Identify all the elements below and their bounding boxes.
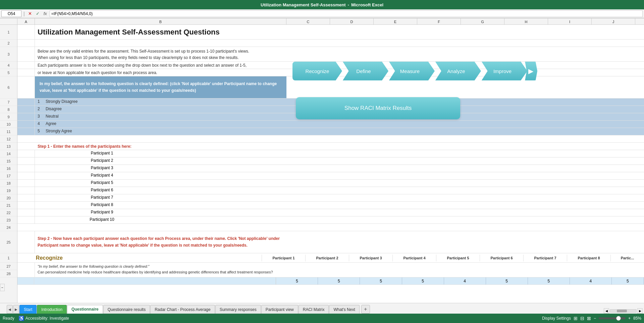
- view-page-break[interactable]: ⊠: [587, 316, 591, 321]
- score-p8: 4: [570, 277, 612, 284]
- participant-row-4[interactable]: Participant 4: [17, 172, 644, 180]
- ph-5: Participant 5: [436, 255, 480, 261]
- process-step-define[interactable]: Define: [339, 62, 388, 80]
- col-header-h[interactable]: H: [504, 18, 548, 24]
- empty-row-2: [17, 40, 644, 47]
- col-header-f[interactable]: F: [417, 18, 461, 24]
- col-header-a[interactable]: A: [17, 18, 35, 24]
- tab-participant-view[interactable]: Participant view: [261, 305, 298, 314]
- score-p1: 5: [276, 277, 318, 284]
- process-flow: Recognize Define Measure Analyze Improve…: [292, 62, 644, 80]
- row-num-corner: [0, 18, 17, 24]
- right-panel: Recognize Define Measure Analyze Improve…: [292, 62, 644, 119]
- participant-4: Participant 4: [35, 172, 169, 179]
- step1-label: Step 1 - Enter the names of the particip…: [35, 143, 134, 149]
- participant-row-2[interactable]: Participant 2: [17, 157, 644, 165]
- process-step-measure[interactable]: Measure: [385, 62, 435, 80]
- participant-1: Participant 1: [35, 150, 169, 157]
- participant-5: Participant 5: [35, 180, 169, 187]
- ph-7: Participant 7: [523, 255, 567, 261]
- desc-line2: When using for less than 10 participants…: [38, 55, 284, 61]
- sheet-tabs: ◀ ▶ Start Introduction Questionnaire Que…: [0, 303, 644, 314]
- instruction-text: In my belief, the answer to the followin…: [40, 81, 282, 93]
- tab-scroll-right[interactable]: ▶: [13, 305, 19, 314]
- question-quote: "In my belief, the answer to the followi…: [38, 264, 284, 269]
- add-sheet-button[interactable]: +: [361, 305, 370, 314]
- recognize-label: Recognize: [33, 254, 94, 262]
- row-numbers: 1 2 3 4 5 6 7 8 9 10 11 12 13 14 15 16 1…: [0, 25, 17, 303]
- col-header-c[interactable]: C: [286, 18, 330, 24]
- participant-row-5[interactable]: Participant 5: [17, 180, 644, 187]
- tab-introduction[interactable]: Introduction: [37, 305, 67, 314]
- col-header-d[interactable]: D: [330, 18, 374, 24]
- ph-8: Participant 8: [567, 255, 610, 261]
- scale-label-1: Strongly Disagree: [44, 99, 79, 106]
- participant-row-6[interactable]: Participant 6: [17, 187, 644, 194]
- col-header-b[interactable]: B: [35, 18, 286, 24]
- participant-row-9[interactable]: Participant 9: [17, 209, 644, 216]
- formula-confirm-icon[interactable]: ✓: [36, 11, 40, 16]
- col-header-g[interactable]: G: [461, 18, 504, 24]
- tab-questionnaire-results[interactable]: Questionnaire results: [103, 305, 150, 314]
- participant-row-1[interactable]: Participant 1: [17, 150, 644, 157]
- process-step-improve[interactable]: Improve: [478, 62, 527, 80]
- hscroll-left[interactable]: ◀: [604, 308, 609, 314]
- tab-radar-chart[interactable]: Radar Chart - Process Average: [150, 305, 215, 314]
- zoom-slider[interactable]: [599, 317, 626, 319]
- status-left: Ready ♿ Accessibility: Investigate: [3, 316, 69, 321]
- status-ready: Ready: [3, 316, 14, 321]
- ph-6: Participant 6: [480, 255, 523, 261]
- hscroll-thumb: [617, 310, 627, 312]
- hscroll-right[interactable]: ▶: [637, 308, 643, 314]
- formula-cancel-icon[interactable]: ✕: [28, 11, 32, 16]
- desc-row-3: Below are the only valid entries for the…: [17, 47, 644, 62]
- participant-6: Participant 6: [35, 187, 169, 194]
- raci-matrix-button[interactable]: Show RACI Matrix Results: [296, 97, 460, 119]
- step1-row: Step 1 - Enter the names of the particip…: [17, 143, 644, 150]
- empty-row-24: [17, 224, 644, 231]
- ph-more: Partic...: [610, 255, 644, 261]
- participant-row-3[interactable]: Participant 3: [17, 165, 644, 172]
- participant-10: Participant 10: [35, 216, 169, 223]
- zoom-in[interactable]: +: [628, 316, 631, 321]
- hscroll-track[interactable]: [610, 309, 637, 313]
- view-layout[interactable]: ⊟: [580, 316, 584, 321]
- col-header-j[interactable]: J: [592, 18, 635, 24]
- desc-line4: or leave at Non applicable for each ques…: [35, 69, 286, 76]
- tab-whats-next[interactable]: What's Next: [329, 305, 359, 314]
- score-p7: 5: [528, 277, 570, 284]
- view-normal[interactable]: ⊞: [574, 316, 578, 321]
- collapse-row-button[interactable]: −: [0, 284, 5, 291]
- col-headers: A B C D E F G H I J: [0, 18, 644, 25]
- tab-summary-responses[interactable]: Summary responses: [215, 305, 261, 314]
- participant-8: Participant 8: [35, 202, 169, 209]
- score-p2: 5: [318, 277, 360, 284]
- ph-4: Participant 4: [392, 255, 436, 261]
- accessibility-icon: ♿: [18, 316, 24, 321]
- participant-row-8[interactable]: Participant 8: [17, 202, 644, 209]
- title-row: Utilization Management Self-Assessment Q…: [17, 25, 644, 40]
- tab-questionnaire[interactable]: Questionnaire: [67, 305, 103, 314]
- process-step-recognize[interactable]: Recognize: [292, 62, 342, 80]
- participant-row-10[interactable]: Participant 10: [17, 216, 644, 224]
- score-p4: 5: [402, 277, 444, 284]
- score-row-28: 5 5 5 5 4 5 5 4 5: [17, 277, 644, 285]
- formula-input[interactable]: [50, 10, 643, 17]
- zoom-out[interactable]: −: [594, 316, 596, 321]
- formula-fx-icon[interactable]: fx: [44, 11, 47, 16]
- cell-ref-input[interactable]: [1, 10, 21, 17]
- participant-3: Participant 3: [35, 165, 169, 172]
- zoom-thumb: [616, 316, 621, 321]
- participant-row-7[interactable]: Participant 7: [17, 194, 644, 202]
- tab-start[interactable]: Start: [19, 305, 37, 314]
- tab-scroll-left[interactable]: ◀: [7, 305, 13, 314]
- col-header-i[interactable]: I: [548, 18, 592, 24]
- display-settings[interactable]: Display Settings: [542, 316, 571, 321]
- empty-row-12: [17, 135, 644, 143]
- score-p3: 5: [360, 277, 402, 284]
- tab-raci-matrix[interactable]: RACI Matrix: [299, 305, 329, 314]
- process-step-analyze[interactable]: Analyze: [431, 62, 481, 80]
- col-header-e[interactable]: E: [374, 18, 417, 24]
- row-num-recognize: 1: [0, 253, 17, 263]
- score-p6: 5: [486, 277, 528, 284]
